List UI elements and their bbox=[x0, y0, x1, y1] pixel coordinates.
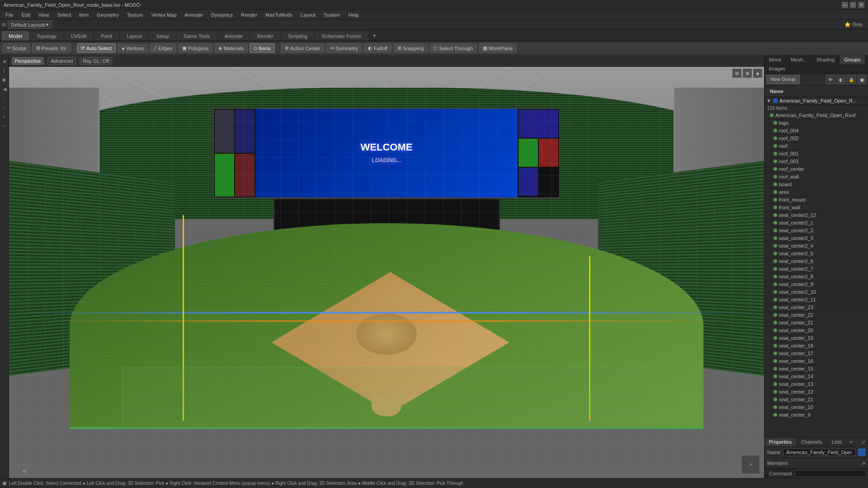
list-item[interactable]: seat_center2_12 bbox=[764, 211, 868, 219]
list-item[interactable]: American_Family_Field_Open_Roof bbox=[764, 112, 868, 119]
tab-paint[interactable]: Paint bbox=[94, 31, 119, 41]
list-item[interactable]: seat_center_10 bbox=[764, 404, 868, 411]
list-item[interactable]: seat_center_19 bbox=[764, 334, 868, 342]
menu-help[interactable]: Help bbox=[345, 11, 363, 19]
menu-render[interactable]: Render bbox=[237, 11, 261, 19]
menu-vertex-map[interactable]: Vertex Map bbox=[148, 11, 180, 19]
right-tab-images[interactable]: Images bbox=[764, 64, 790, 73]
rb-tab-add[interactable]: + bbox=[847, 438, 855, 446]
left-tool-2[interactable]: ▶ bbox=[1, 75, 8, 84]
list-item[interactable]: seat_center2_1 bbox=[764, 219, 868, 227]
select-through-button[interactable]: ◻ Select Through bbox=[429, 43, 476, 53]
menu-animate[interactable]: Animate bbox=[181, 11, 206, 19]
menu-edit[interactable]: Edit bbox=[18, 11, 34, 19]
list-item[interactable]: roof_001 bbox=[764, 150, 868, 158]
left-tool-5[interactable]: ↓ bbox=[2, 103, 7, 112]
tab-add-button[interactable]: + bbox=[369, 30, 380, 41]
list-item[interactable]: seat_center_20 bbox=[764, 327, 868, 334]
left-tool-0[interactable]: ◈ bbox=[1, 57, 8, 66]
list-item[interactable]: seat_center_9 bbox=[764, 411, 868, 419]
list-item[interactable]: seat_center2_2 bbox=[764, 227, 868, 235]
menu-geometry[interactable]: Geometry bbox=[93, 11, 122, 19]
tab-layout[interactable]: Layout bbox=[120, 31, 148, 41]
list-item[interactable]: seat_center2_3 bbox=[764, 235, 868, 242]
list-item[interactable]: seat_center_15 bbox=[764, 365, 868, 373]
list-item[interactable]: seat_center2_6 bbox=[764, 258, 868, 265]
list-item[interactable]: seat_center_22 bbox=[764, 311, 868, 319]
list-item[interactable]: board bbox=[764, 181, 868, 188]
materials-button[interactable]: ◈ Materials bbox=[214, 43, 248, 53]
left-tool-7[interactable]: − bbox=[1, 122, 7, 130]
nav-cube[interactable]: ↗ bbox=[741, 455, 760, 474]
list-item[interactable]: roof bbox=[764, 142, 868, 150]
edges-button[interactable]: ╱ Edges bbox=[150, 43, 176, 53]
menu-file[interactable]: File bbox=[2, 11, 17, 19]
menu-view[interactable]: View bbox=[35, 11, 53, 19]
snapping-button[interactable]: ⊞ Snapping bbox=[393, 43, 428, 53]
visibility-icon-btn[interactable]: 👁 bbox=[826, 75, 835, 84]
list-item[interactable]: seat_center_11 bbox=[764, 396, 868, 404]
list-item[interactable]: logo bbox=[764, 119, 868, 127]
list-item[interactable]: seat_center2_10 bbox=[764, 288, 868, 296]
vp-corner-btn-2[interactable]: ⊠ bbox=[743, 69, 752, 78]
command-input[interactable] bbox=[795, 470, 866, 477]
render-icon-btn[interactable]: ◐ bbox=[836, 75, 845, 84]
workplane-button[interactable]: ▦ WorkPlane bbox=[479, 43, 517, 53]
symmetry-button[interactable]: ⇔ Symmetry bbox=[326, 43, 363, 53]
list-item[interactable]: seat_center2_8 bbox=[764, 273, 868, 281]
menu-system[interactable]: System bbox=[320, 11, 344, 19]
list-item[interactable]: seat_center_12 bbox=[764, 388, 868, 396]
list-item[interactable]: seat_center_13 bbox=[764, 380, 868, 388]
right-tab-shading[interactable]: Shading bbox=[812, 55, 840, 64]
rb-tab-lists[interactable]: Lists bbox=[827, 438, 847, 446]
sculpt-button[interactable]: ✏ Sculpt bbox=[3, 43, 30, 53]
members-add-icon[interactable]: » bbox=[862, 460, 865, 466]
presets-button[interactable]: ⊞ Presets Fx bbox=[32, 43, 71, 53]
left-tool-3[interactable]: ◀ bbox=[1, 85, 8, 94]
tab-setup[interactable]: Setup bbox=[149, 31, 176, 41]
list-item[interactable]: front_mount bbox=[764, 196, 868, 204]
falloff-button[interactable]: ◐ Falloff bbox=[364, 43, 392, 53]
list-item[interactable]: roof_003 bbox=[764, 158, 868, 165]
action-center-button[interactable]: ⊕ Action Center bbox=[281, 43, 325, 53]
vp-corner-btn-1[interactable]: ⊞ bbox=[732, 69, 741, 78]
list-item[interactable]: roof_002 bbox=[764, 135, 868, 142]
list-item[interactable]: seat_center2_4 bbox=[764, 242, 868, 250]
viewport[interactable]: Perspective Advanced Ray GL: Off bbox=[9, 55, 764, 478]
list-item[interactable]: seat_center2_7 bbox=[764, 265, 868, 273]
auto-select-button[interactable]: ⟳ Auto Select bbox=[77, 43, 116, 53]
tab-game-tools[interactable]: Game Tools bbox=[177, 31, 217, 41]
right-tab-items[interactable]: Items bbox=[764, 55, 786, 64]
left-tool-6[interactable]: + bbox=[1, 113, 7, 121]
tab-scripting[interactable]: Scripting bbox=[281, 31, 314, 41]
tab-model[interactable]: Model bbox=[2, 31, 29, 41]
tab-uvedit[interactable]: UVEdit bbox=[64, 31, 93, 41]
list-item[interactable]: seat_center2_5 bbox=[764, 250, 868, 258]
polygons-button[interactable]: ▣ Polygons bbox=[178, 43, 212, 53]
scene-root-header[interactable]: ▼ American_Family_Field_Open_R... bbox=[764, 97, 868, 105]
layout-dropdown[interactable]: Default Layouts ▾ bbox=[8, 20, 52, 29]
list-item[interactable]: seat_center_18 bbox=[764, 342, 868, 350]
list-item[interactable]: seat_center_21 bbox=[764, 319, 868, 327]
new-group-button[interactable]: New Group bbox=[766, 75, 800, 84]
menu-texture[interactable]: Texture bbox=[123, 11, 147, 19]
list-item[interactable]: seat_center_14 bbox=[764, 373, 868, 380]
left-tool-4[interactable]: ↑ bbox=[2, 94, 7, 103]
vp-corner-btn-3[interactable]: ◈ bbox=[753, 69, 762, 78]
list-item[interactable]: roof_wall bbox=[764, 173, 868, 181]
right-tab-groups[interactable]: Groups bbox=[840, 55, 865, 64]
rb-tab-channels[interactable]: Channels bbox=[797, 438, 827, 446]
lock-icon-btn[interactable]: 🔒 bbox=[847, 75, 856, 84]
minimize-button[interactable]: — bbox=[842, 2, 848, 8]
expand-panel-icon[interactable]: ⤢ bbox=[859, 438, 868, 446]
name-field-input[interactable] bbox=[783, 449, 855, 456]
tab-render[interactable]: Render bbox=[250, 31, 280, 41]
close-button[interactable]: ✕ bbox=[858, 2, 864, 8]
list-item[interactable]: seat_center_17 bbox=[764, 350, 868, 357]
list-item[interactable]: front_wall bbox=[764, 204, 868, 211]
list-item[interactable]: seat_center_16 bbox=[764, 357, 868, 365]
menu-layout[interactable]: Layout bbox=[297, 11, 319, 19]
list-item[interactable]: roof_center bbox=[764, 165, 868, 173]
viewport-raygl-btn[interactable]: Ray GL: Off bbox=[80, 57, 112, 65]
menu-select[interactable]: Select bbox=[53, 11, 75, 19]
